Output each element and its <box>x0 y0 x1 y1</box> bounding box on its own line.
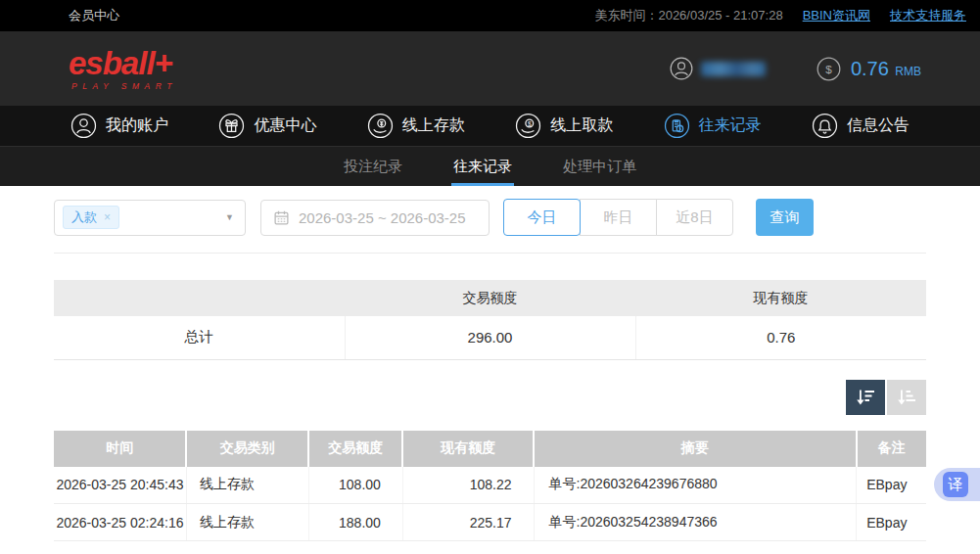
summary-header-row: 交易额度 现有额度 <box>54 280 926 316</box>
user-icon <box>70 113 97 139</box>
site-header: esball+ PLAY SMART $ 0.76 RMB <box>0 31 980 106</box>
summary-header-transaction-amount: 交易额度 <box>345 280 635 316</box>
cell-time: 2026-03-25 20:45:43 <box>54 467 186 504</box>
avatar-icon <box>670 57 693 80</box>
sort-ascending-icon <box>895 386 918 409</box>
tab-processing-orders[interactable]: 处理中订单 <box>561 147 638 186</box>
nav-label: 我的账户 <box>106 115 168 136</box>
quick-last8days-button[interactable]: 近8日 <box>656 199 733 236</box>
type-tag: 入款 × <box>63 206 119 229</box>
summary-transaction-amount: 296.00 <box>345 316 635 359</box>
quick-range-group: 今日 昨日 近8日 <box>503 199 733 236</box>
records-header-row: 时间 交易类别 交易额度 现有额度 摘要 备注 <box>54 431 926 467</box>
content-area: 入款 × ▼ 2026-03-25 ~ 2026-03-25 今日 昨日 近8日… <box>0 186 980 541</box>
top-bar: 会员中心 美东时间：2026/03/25 - 21:07:28 BBIN资讯网 … <box>0 0 980 31</box>
sort-ascending-button[interactable] <box>887 380 926 415</box>
wallet-balance-chip[interactable]: $ 0.76 RMB <box>817 57 921 81</box>
header-right: $ 0.76 RMB <box>670 57 921 81</box>
type-select[interactable]: 入款 × ▼ <box>54 200 246 236</box>
tag-remove-icon[interactable]: × <box>104 210 111 224</box>
cell-time: 2026-03-25 02:24:16 <box>54 504 186 541</box>
logo-text: esball+ <box>69 47 177 79</box>
tab-transaction-records[interactable]: 往来记录 <box>451 147 514 186</box>
nav-label: 信息公告 <box>847 115 910 136</box>
calendar-icon <box>273 209 290 226</box>
main-nav: 我的账户 优惠中心 线上存款 $ 线上取款 往来记录 <box>0 106 980 147</box>
date-range-value: 2026-03-25 ~ 2026-03-25 <box>299 209 466 226</box>
translate-fab[interactable]: 译 <box>934 468 980 501</box>
summary-total-row: 总计 296.00 0.76 <box>54 316 926 359</box>
quick-today-button[interactable]: 今日 <box>503 199 581 236</box>
cell-amount: 188.00 <box>308 504 402 541</box>
cell-type: 线上存款 <box>186 467 308 504</box>
cell-balance: 108.22 <box>402 467 534 504</box>
eastern-time-label: 美东时间：2026/03/25 - 21:07:28 <box>594 7 782 24</box>
col-header-amount: 交易额度 <box>308 431 402 467</box>
sort-descending-button[interactable] <box>846 380 885 415</box>
balance-currency: RMB <box>895 65 921 78</box>
cell-note: EBpay <box>857 467 926 504</box>
table-row: 2026-03-25 02:24:16 线上存款 188.00 225.17 单… <box>54 504 926 541</box>
balance-amount: 0.76 <box>851 58 889 79</box>
logo[interactable]: esball+ PLAY SMART <box>69 47 177 91</box>
date-range-input[interactable]: 2026-03-25 ~ 2026-03-25 <box>260 200 490 236</box>
nav-label: 优惠中心 <box>254 115 316 136</box>
nav-item-online-withdrawal[interactable]: $ 线上取款 <box>515 113 613 139</box>
tech-support-link[interactable]: 技术支持服务 <box>890 7 966 24</box>
nav-label: 线上存款 <box>402 115 465 136</box>
subnav-tabs: 投注纪录 往来记录 处理中订单 <box>0 147 980 186</box>
search-button[interactable]: 查询 <box>756 199 814 236</box>
table-row: 2026-03-25 20:45:43 线上存款 108.00 108.22 单… <box>54 467 926 504</box>
sort-descending-icon <box>854 386 877 409</box>
filter-row: 入款 × ▼ 2026-03-25 ~ 2026-03-25 今日 昨日 近8日… <box>54 199 926 236</box>
withdraw-icon: $ <box>515 113 541 139</box>
records-icon <box>664 113 690 139</box>
summary-table: 交易额度 现有额度 总计 296.00 0.76 <box>54 280 926 360</box>
logo-tagline: PLAY SMART <box>69 82 177 91</box>
records-table: 时间 交易类别 交易额度 现有额度 摘要 备注 2026-03-25 20:45… <box>54 431 926 542</box>
member-center-label[interactable]: 会员中心 <box>69 7 119 24</box>
nav-item-online-deposit[interactable]: 线上存款 <box>367 113 465 139</box>
chevron-down-icon: ▼ <box>225 212 234 222</box>
col-header-note: 备注 <box>857 431 926 467</box>
nav-item-transaction-records[interactable]: 往来记录 <box>664 113 762 139</box>
cell-balance: 225.17 <box>402 504 534 541</box>
username-blurred <box>701 62 766 76</box>
topbar-right: 美东时间：2026/03/25 - 21:07:28 BBIN资讯网 技术支持服… <box>594 7 966 24</box>
tab-betting-records[interactable]: 投注纪录 <box>342 147 404 186</box>
cell-summary: 单号:202603264239676880 <box>534 467 857 504</box>
dollar-coin-icon: $ <box>817 57 841 81</box>
col-header-balance: 现有额度 <box>402 431 534 467</box>
summary-total-label: 总计 <box>54 316 345 359</box>
nav-item-promotions[interactable]: 优惠中心 <box>218 113 316 139</box>
bell-icon <box>812 113 838 139</box>
svg-text:$: $ <box>528 120 532 127</box>
filter-divider <box>54 253 926 254</box>
summary-header-current-amount: 现有额度 <box>635 280 926 316</box>
type-tag-label: 入款 <box>71 208 97 226</box>
summary-header-empty <box>54 280 345 316</box>
col-header-type: 交易类别 <box>186 431 308 467</box>
sort-controls <box>54 380 926 415</box>
cell-type: 线上存款 <box>186 504 308 541</box>
col-header-time: 时间 <box>54 431 186 467</box>
translate-icon: 译 <box>943 472 968 497</box>
deposit-icon <box>367 113 394 139</box>
nav-label: 线上取款 <box>550 115 613 136</box>
nav-item-announcements[interactable]: 信息公告 <box>812 113 910 139</box>
svg-text:$: $ <box>825 62 832 74</box>
cell-summary: 单号:202603254238947366 <box>534 504 857 541</box>
gift-icon <box>218 113 245 139</box>
nav-item-my-account[interactable]: 我的账户 <box>70 113 168 139</box>
user-account-chip[interactable] <box>670 57 766 80</box>
bbin-news-link[interactable]: BBIN资讯网 <box>803 7 870 24</box>
col-header-summary: 摘要 <box>534 431 857 467</box>
cell-amount: 108.00 <box>308 467 402 504</box>
quick-yesterday-button[interactable]: 昨日 <box>580 199 657 236</box>
cell-note: EBpay <box>857 504 926 541</box>
nav-label: 往来记录 <box>699 115 762 136</box>
summary-current-amount: 0.76 <box>635 316 926 359</box>
